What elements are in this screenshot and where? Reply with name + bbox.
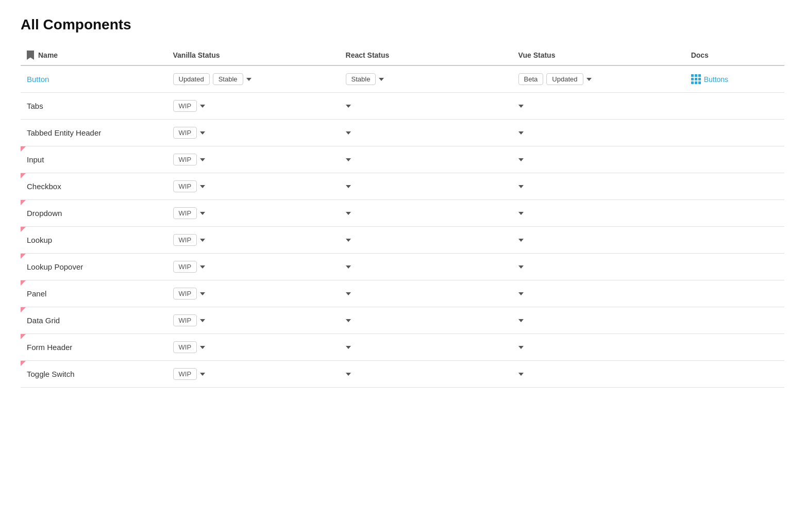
react-status-content xyxy=(346,212,506,215)
docs-cell xyxy=(685,254,784,280)
vanilla-dropdown-arrow[interactable] xyxy=(200,373,205,376)
table-row: CheckboxWIP xyxy=(21,173,784,200)
vanilla-dropdown-arrow[interactable] xyxy=(200,212,205,215)
vue-dropdown-arrow[interactable] xyxy=(518,185,524,188)
vanilla-status-content: WIP xyxy=(173,180,333,192)
vanilla-dropdown-arrow[interactable] xyxy=(200,346,205,349)
docs-cell xyxy=(685,361,784,388)
vue-status-cell xyxy=(512,361,685,388)
react-dropdown-arrow[interactable] xyxy=(346,239,351,242)
vue-status-content xyxy=(518,239,679,242)
react-status-content: Stable xyxy=(346,73,506,85)
component-name[interactable]: Button xyxy=(21,65,167,93)
vanilla-dropdown-arrow[interactable] xyxy=(200,131,205,135)
wip-flag xyxy=(21,361,26,366)
react-dropdown-arrow[interactable] xyxy=(346,373,351,376)
docs-header: Docs xyxy=(685,45,784,65)
vue-dropdown-arrow[interactable] xyxy=(518,158,524,161)
docs-cell xyxy=(685,307,784,334)
table-row: Lookup PopoverWIP xyxy=(21,254,784,280)
vue-status-cell xyxy=(512,254,685,280)
vanilla-status-header: Vanilla Status xyxy=(167,45,340,65)
vanilla-badge-wip: WIP xyxy=(173,127,197,139)
component-name: Lookup xyxy=(21,227,167,254)
vanilla-dropdown-arrow[interactable] xyxy=(246,78,251,81)
vanilla-dropdown-arrow[interactable] xyxy=(200,319,205,322)
react-dropdown-arrow[interactable] xyxy=(346,265,351,269)
vue-status-cell: BetaUpdated xyxy=(512,65,685,93)
vanilla-status-content: WIP xyxy=(173,154,333,165)
vanilla-dropdown-arrow[interactable] xyxy=(200,265,205,269)
vue-status-cell xyxy=(512,200,685,227)
table-row: DropdownWIP xyxy=(21,200,784,227)
vanilla-status-cell: WIP xyxy=(167,227,340,254)
vue-badge-beta: Beta xyxy=(518,73,544,85)
wip-flag xyxy=(21,334,26,339)
vanilla-status-cell: WIP xyxy=(167,334,340,361)
vue-status-content xyxy=(518,105,679,108)
vue-dropdown-arrow[interactable] xyxy=(518,319,524,322)
vanilla-dropdown-arrow[interactable] xyxy=(200,239,205,242)
vue-dropdown-arrow[interactable] xyxy=(518,239,524,242)
vanilla-status-cell: WIP xyxy=(167,254,340,280)
react-badge-stable: Stable xyxy=(346,73,376,85)
vanilla-dropdown-arrow[interactable] xyxy=(200,292,205,295)
vanilla-badge-wip: WIP xyxy=(173,261,197,273)
docs-cell: Buttons xyxy=(685,65,784,93)
docs-link[interactable]: Buttons xyxy=(691,74,778,84)
vanilla-status-content: WIP xyxy=(173,368,333,380)
vue-status-cell xyxy=(512,227,685,254)
docs-cell xyxy=(685,93,784,120)
vue-dropdown-arrow[interactable] xyxy=(518,212,524,215)
vanilla-badge-wip: WIP xyxy=(173,154,197,165)
vanilla-status-cell: WIP xyxy=(167,146,340,173)
react-dropdown-arrow[interactable] xyxy=(346,105,351,108)
docs-cell xyxy=(685,173,784,200)
react-status-cell xyxy=(340,334,512,361)
table-row: Tabbed Entity HeaderWIP xyxy=(21,120,784,146)
table-row: PanelWIP xyxy=(21,280,784,307)
react-dropdown-arrow[interactable] xyxy=(379,78,384,81)
react-status-cell xyxy=(340,280,512,307)
vue-status-content xyxy=(518,373,679,376)
vue-dropdown-arrow[interactable] xyxy=(518,265,524,269)
docs-cell xyxy=(685,120,784,146)
vue-dropdown-arrow[interactable] xyxy=(518,131,524,135)
page-title: All Components xyxy=(21,16,784,33)
component-name: Lookup Popover xyxy=(21,254,167,280)
vue-status-cell xyxy=(512,334,685,361)
vanilla-dropdown-arrow[interactable] xyxy=(200,185,205,188)
react-dropdown-arrow[interactable] xyxy=(346,185,351,188)
vanilla-badge-wip: WIP xyxy=(173,341,197,353)
react-dropdown-arrow[interactable] xyxy=(346,131,351,135)
table-row: LookupWIP xyxy=(21,227,784,254)
vanilla-badge-wip: WIP xyxy=(173,207,197,219)
react-status-cell xyxy=(340,120,512,146)
react-status-cell xyxy=(340,173,512,200)
vue-status-content xyxy=(518,131,679,135)
react-dropdown-arrow[interactable] xyxy=(346,346,351,349)
react-status-cell xyxy=(340,146,512,173)
vanilla-dropdown-arrow[interactable] xyxy=(200,105,205,108)
react-dropdown-arrow[interactable] xyxy=(346,158,351,161)
react-dropdown-arrow[interactable] xyxy=(346,319,351,322)
component-name: Toggle Switch xyxy=(21,361,167,388)
react-dropdown-arrow[interactable] xyxy=(346,212,351,215)
vue-dropdown-arrow[interactable] xyxy=(586,78,592,81)
vanilla-status-cell: WIP xyxy=(167,200,340,227)
vue-status-cell xyxy=(512,173,685,200)
vue-dropdown-arrow[interactable] xyxy=(518,292,524,295)
vue-dropdown-arrow[interactable] xyxy=(518,373,524,376)
vanilla-status-content: WIP xyxy=(173,100,333,112)
vue-dropdown-arrow[interactable] xyxy=(518,346,524,349)
react-status-cell: Stable xyxy=(340,65,512,93)
vanilla-dropdown-arrow[interactable] xyxy=(200,158,205,161)
table-header-row: Name Vanilla Status React Status Vue Sta… xyxy=(21,45,784,65)
vue-status-cell xyxy=(512,93,685,120)
react-dropdown-arrow[interactable] xyxy=(346,292,351,295)
bookmark-icon xyxy=(27,51,34,60)
vanilla-status-cell: WIP xyxy=(167,120,340,146)
vue-status-content xyxy=(518,265,679,269)
vue-dropdown-arrow[interactable] xyxy=(518,105,524,108)
wip-flag xyxy=(21,280,26,286)
